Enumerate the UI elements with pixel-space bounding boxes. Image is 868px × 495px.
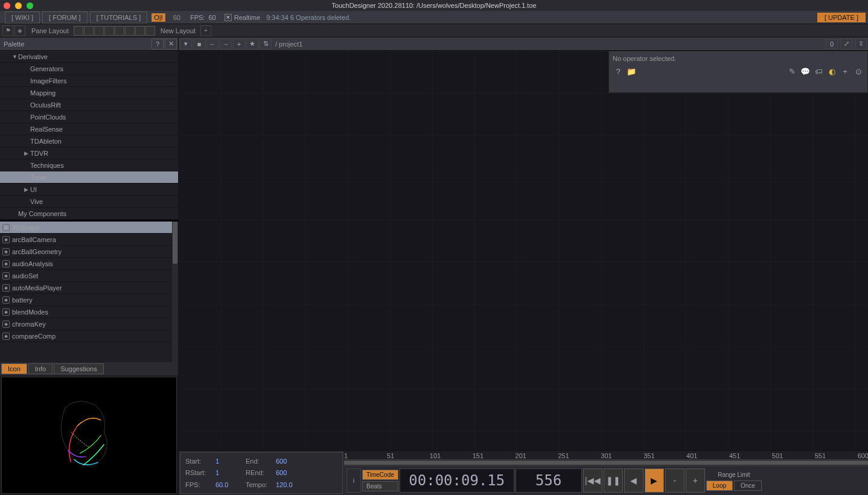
- component-3dscope[interactable]: ◉3DScope: [0, 222, 178, 234]
- tree-item-tools[interactable]: Tools: [0, 171, 178, 184]
- scrollbar[interactable]: [172, 222, 178, 362]
- zoom-window-icon[interactable]: [27, 2, 33, 9]
- rewind-button[interactable]: |◀◀: [583, 468, 602, 493]
- frame-display[interactable]: 556: [515, 468, 582, 493]
- minus-button[interactable]: -: [665, 468, 685, 493]
- timeline-ruler-wrap: 151101151201251301351401451501551600 i T…: [344, 451, 868, 495]
- layout-preset-2[interactable]: [84, 26, 94, 36]
- tree-item-derivative[interactable]: ▼Derivative: [0, 51, 178, 63]
- expand-icon[interactable]: ⇳: [855, 39, 867, 50]
- oii-toggle[interactable]: O|I: [151, 13, 165, 22]
- dropdown-icon[interactable]: ▾: [180, 39, 192, 50]
- add-layout-button[interactable]: +: [200, 25, 211, 36]
- scrollbar-thumb[interactable]: [173, 222, 177, 264]
- rend-value[interactable]: 600: [276, 469, 306, 476]
- end-value[interactable]: 600: [276, 458, 306, 465]
- tree-item-imagefilters[interactable]: ImageFilters: [0, 75, 178, 87]
- component-audioset[interactable]: ◉audioSet: [0, 270, 178, 282]
- component-automediaplayer[interactable]: ◉autoMediaPlayer: [0, 282, 178, 294]
- layout-preset-8[interactable]: [145, 26, 155, 36]
- network-area: ▾ ■ ← → + ★ ⇅ / project1 0 ⤢ ⇳ No operat…: [179, 37, 868, 495]
- once-button[interactable]: Once: [734, 481, 762, 491]
- layout-preset-5[interactable]: [115, 26, 124, 36]
- tab-suggestions[interactable]: Suggestions: [54, 363, 104, 374]
- rstart-value[interactable]: 1: [215, 469, 246, 476]
- layout-preset-1[interactable]: [74, 26, 83, 36]
- timeline-controls: i TimeCode Beats 00:00:09.15 556 |◀◀ ❚❚ …: [344, 466, 868, 495]
- layout-preset-4[interactable]: [104, 26, 114, 36]
- layout-preset-3[interactable]: [94, 26, 104, 36]
- realtime-toggle[interactable]: ✕ Realtime: [225, 14, 260, 21]
- star-icon[interactable]: ★: [246, 39, 258, 50]
- edit-icon[interactable]: ✎: [787, 66, 797, 77]
- python-icon[interactable]: ◐: [826, 66, 837, 77]
- tree-item-pointclouds[interactable]: PointClouds: [0, 111, 178, 123]
- component-comparecomp[interactable]: ◉compareComp: [0, 330, 178, 342]
- expand-up-icon[interactable]: ⤢: [840, 39, 852, 50]
- tempo-value[interactable]: 120.0: [276, 481, 306, 488]
- tree-item-tdableton[interactable]: TDAbleton: [0, 135, 178, 147]
- forward-icon[interactable]: →: [220, 39, 232, 50]
- tag-icon[interactable]: 🏷: [813, 66, 824, 77]
- comment-icon[interactable]: 💬: [800, 66, 811, 77]
- split-icon[interactable]: ⇅: [260, 39, 272, 50]
- timeline-scroll-thumb[interactable]: [344, 461, 868, 465]
- forum-button[interactable]: [ FORUM ]: [42, 11, 88, 24]
- play-button[interactable]: ▶: [645, 468, 664, 493]
- top-toolbar: [ WIKI ] [ FORUM ] [ TUTORIALS ] O|I 60 …: [0, 11, 868, 24]
- update-button[interactable]: [ UPDATE ]: [817, 13, 866, 22]
- tree-item-vive[interactable]: Vive: [0, 196, 178, 208]
- component-arcballcamera[interactable]: ◉arcBallCamera: [0, 234, 178, 246]
- help-button[interactable]: ?: [152, 39, 164, 50]
- tree-item-oculusrift[interactable]: OculusRift: [0, 99, 178, 111]
- pause-button[interactable]: ❚❚: [604, 468, 623, 493]
- tree-item-my-components[interactable]: My Components: [0, 208, 178, 220]
- close-palette-button[interactable]: ✕: [165, 39, 177, 50]
- help-icon[interactable]: ?: [613, 66, 624, 77]
- folder-icon[interactable]: 📁: [626, 66, 637, 77]
- wiki-button[interactable]: [ WIKI ]: [5, 11, 40, 24]
- operator-count: 0: [826, 39, 838, 49]
- beats-mode-button[interactable]: Beats: [362, 481, 398, 491]
- tree-item-generators[interactable]: Generators: [0, 63, 178, 75]
- tree-item-realsense[interactable]: RealSense: [0, 123, 178, 135]
- tutorials-button[interactable]: [ TUTORIALS ]: [90, 11, 148, 24]
- fps-param-value[interactable]: 60.0: [215, 481, 246, 488]
- new-layout-label: New Layout: [161, 27, 196, 34]
- tree-item-techniques[interactable]: Techniques: [0, 159, 178, 171]
- info-button[interactable]: i: [346, 468, 361, 493]
- tab-info[interactable]: Info: [28, 363, 53, 374]
- stop-icon[interactable]: ■: [193, 39, 205, 50]
- network-toolbar: ▾ ■ ← → + ★ ⇅ / project1 0 ⤢ ⇳: [179, 37, 868, 51]
- tree-item-mapping[interactable]: Mapping: [0, 87, 178, 99]
- bookmark-icon[interactable]: ⚑: [2, 25, 13, 36]
- layout-preset-7[interactable]: [135, 26, 145, 36]
- back-icon[interactable]: ←: [206, 39, 219, 50]
- close-window-icon[interactable]: [4, 2, 10, 9]
- minimize-window-icon[interactable]: [15, 2, 22, 9]
- gear-icon[interactable]: ⊙: [853, 66, 864, 77]
- plus-button[interactable]: +: [686, 468, 705, 493]
- start-value[interactable]: 1: [215, 458, 246, 465]
- timecode-mode-button[interactable]: TimeCode: [362, 470, 398, 480]
- timeline-scrollbar[interactable]: [344, 460, 868, 466]
- component-battery[interactable]: ◉battery: [0, 294, 178, 306]
- ruler-tick: 1: [344, 452, 348, 459]
- component-chromakey[interactable]: ◉chromaKey: [0, 318, 178, 330]
- component-audioanalysis[interactable]: ◉audioAnalysis: [0, 258, 178, 270]
- add-icon[interactable]: +: [233, 39, 245, 50]
- tree-item-tdvr[interactable]: ▶TDVR: [0, 147, 178, 159]
- loop-button[interactable]: Loop: [706, 481, 733, 491]
- timecode-display[interactable]: 00:00:09.15: [400, 468, 514, 493]
- network-editor[interactable]: No operator selected. ? 📁 ✎ 💬 🏷 ◐ + ⊙: [179, 51, 868, 450]
- component-blendmodes[interactable]: ◉blendModes: [0, 306, 178, 318]
- step-back-button[interactable]: ◀: [624, 468, 643, 493]
- network-path[interactable]: / project1: [275, 40, 302, 48]
- component-arcballgeometry[interactable]: ◉arcBallGeometry: [0, 246, 178, 258]
- tree-item-ui[interactable]: ▶UI: [0, 184, 178, 196]
- tab-icon[interactable]: Icon: [1, 363, 27, 374]
- add-param-icon[interactable]: +: [840, 66, 850, 77]
- pin-icon[interactable]: ◈: [14, 25, 25, 36]
- timeline-ruler[interactable]: 151101151201251301351401451501551600: [344, 451, 868, 460]
- layout-preset-6[interactable]: [125, 26, 135, 36]
